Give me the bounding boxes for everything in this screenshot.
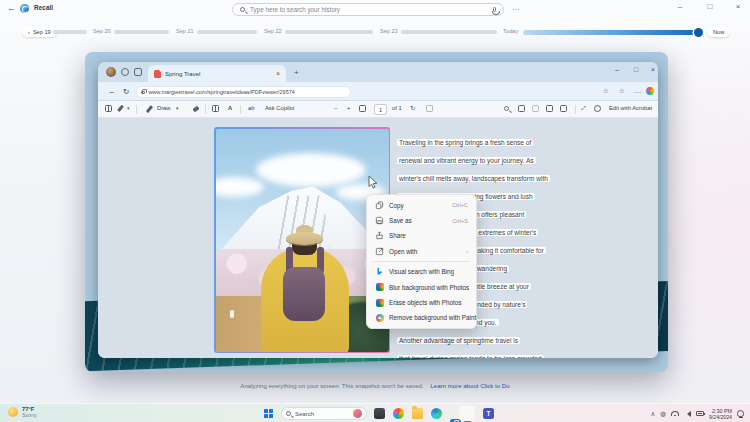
- page-number-input[interactable]: 1: [374, 104, 387, 115]
- close-button[interactable]: ×: [730, 2, 746, 11]
- text-line[interactable]: renewal and vibrant energy to your journ…: [397, 157, 536, 164]
- back-button[interactable]: ←: [7, 3, 16, 13]
- menu-item-open-with[interactable]: Open with ›: [367, 244, 476, 259]
- taskbar-copilot-icon[interactable]: [393, 408, 404, 419]
- taskbar-clock[interactable]: 2:30 PM 9/24/2024: [709, 408, 732, 420]
- ask-copilot-button[interactable]: Ask Copilot: [265, 105, 294, 111]
- microphone-icon[interactable]: [493, 7, 496, 12]
- highlight-icon[interactable]: [117, 105, 124, 113]
- timeline-segment[interactable]: [285, 30, 373, 34]
- text-line[interactable]: Another advantage of springtime travel i…: [397, 337, 520, 344]
- menu-item-visual-search-bing[interactable]: Visual search with Bing: [367, 264, 476, 279]
- menu-item-erase-objects-photos[interactable]: Erase objects with Photos: [367, 295, 476, 310]
- traveler-hat: [286, 232, 323, 245]
- active-app-highlight: [459, 406, 475, 421]
- minimize-button[interactable]: –: [672, 2, 688, 11]
- browser-refresh-icon[interactable]: ↻: [123, 87, 129, 96]
- more-options-button[interactable]: …: [512, 3, 521, 12]
- history-search-input[interactable]: Type here to search your history: [232, 3, 504, 16]
- read-aloud-icon[interactable]: A: [228, 105, 232, 111]
- browser-minimize-button[interactable]: –: [610, 66, 624, 73]
- taskbar-file-explorer-icon[interactable]: [412, 408, 423, 419]
- save-icon: [532, 105, 539, 112]
- text-line[interactable]: winter's chill melts away, landscapes tr…: [397, 175, 550, 182]
- hidden-icons-chevron[interactable]: ∧: [650, 410, 655, 418]
- menu-item-remove-background-paint[interactable]: Remove background with Paint: [367, 310, 476, 325]
- timeline-segment[interactable]: [197, 30, 257, 34]
- page-view-icon[interactable]: [212, 105, 219, 112]
- taskbar-teams-icon[interactable]: T: [483, 408, 494, 419]
- fit-to-width-icon[interactable]: [359, 105, 366, 112]
- timeline-day-label: Sep 21: [176, 28, 194, 34]
- timeline-today-segment[interactable]: [523, 30, 703, 35]
- timeline-segment[interactable]: [401, 30, 497, 34]
- chevron-left-icon: ‹: [28, 29, 30, 35]
- edit-with-acrobat-button[interactable]: Edit with Acrobat: [609, 105, 652, 111]
- draw-pen-icon[interactable]: [146, 105, 153, 113]
- bing-daily-image-icon[interactable]: [353, 409, 362, 418]
- text-line[interactable]: Traveling in the spring brings a fresh s…: [397, 139, 533, 146]
- zoom-in-icon[interactable]: +: [347, 105, 350, 111]
- copilot-icon[interactable]: [646, 87, 654, 95]
- url-text: www.margiestravel.com/springtravelideas/…: [148, 89, 294, 95]
- learn-more-link[interactable]: Learn more about Click to Do: [430, 382, 509, 389]
- start-button[interactable]: [264, 409, 273, 418]
- zoom-out-icon[interactable]: –: [334, 105, 337, 111]
- new-tab-button[interactable]: +: [294, 68, 299, 77]
- draw-dropdown-icon[interactable]: ▾: [176, 105, 179, 111]
- settings-gear-icon[interactable]: [594, 105, 601, 112]
- timeline-segment[interactable]: [53, 30, 87, 34]
- taskbar-search[interactable]: Search: [281, 407, 367, 420]
- text-line[interactable]: that travel during spring tends to be le…: [397, 355, 544, 358]
- battery-icon[interactable]: [696, 411, 704, 415]
- find-text-icon[interactable]: ab: [248, 105, 254, 111]
- close-tab-icon[interactable]: ×: [276, 70, 280, 77]
- profile-avatar[interactable]: [106, 67, 116, 77]
- menu-item-save-as[interactable]: Save as Ctrl+S: [367, 213, 476, 228]
- browser-back-icon[interactable]: ←: [108, 87, 116, 96]
- tab-search-icon[interactable]: [121, 68, 129, 76]
- tray-app-icon[interactable]: ◍: [660, 410, 666, 418]
- taskbar-app-dark-app[interactable]: [374, 408, 385, 419]
- volume-icon[interactable]: [684, 411, 691, 417]
- taskbar-edge-icon[interactable]: [431, 408, 442, 419]
- menu-item-copy[interactable]: Copy Ctrl+C: [367, 198, 476, 213]
- travel-photo[interactable]: [214, 127, 390, 353]
- highlight-dropdown-icon[interactable]: ▾: [127, 105, 130, 111]
- rotate-icon[interactable]: ↻: [410, 105, 415, 111]
- timeline-now-button[interactable]: Now: [707, 26, 730, 37]
- erase-icon[interactable]: [192, 106, 199, 113]
- timeline-segment[interactable]: [114, 30, 169, 34]
- recall-titlebar: ← Recall Type here to search your histor…: [0, 0, 750, 20]
- taskbar: 77°F Sunny Search T ∧ ◍ 2:30 PM 9/24/202…: [0, 403, 750, 422]
- browser-more-icon[interactable]: …: [634, 86, 642, 95]
- menu-item-blur-background-photos[interactable]: Blur background with Photos: [367, 279, 476, 294]
- tab-title: Spring Travel: [165, 71, 272, 77]
- draw-button[interactable]: Draw: [157, 105, 171, 111]
- print-icon[interactable]: [518, 105, 525, 112]
- timeline-prev-day-button[interactable]: ‹ Sep 19: [22, 26, 57, 37]
- system-tray: ∧ ◍ 2:30 PM 9/24/2024: [650, 404, 744, 422]
- wifi-icon[interactable]: [671, 411, 679, 416]
- search-icon: [240, 7, 245, 12]
- click-to-do-statusbar: Analyzing everything on your screen. Thi…: [0, 382, 750, 389]
- table-of-contents-icon[interactable]: [105, 105, 112, 112]
- url-field[interactable]: www.margiestravel.com/springtravelideas/…: [136, 86, 351, 98]
- menu-item-share[interactable]: Share: [367, 228, 476, 243]
- notifications-bell-icon[interactable]: [737, 410, 744, 417]
- save-as-icon[interactable]: [546, 105, 553, 112]
- sun-icon: [8, 407, 18, 417]
- weather-widget[interactable]: 77°F Sunny: [8, 406, 37, 418]
- collections-icon[interactable]: ☆: [619, 87, 625, 95]
- timeline-position-handle[interactable]: [694, 28, 703, 37]
- workspaces-icon[interactable]: [134, 68, 142, 76]
- copy-icon: [375, 201, 384, 210]
- maximize-button[interactable]: □: [702, 2, 718, 11]
- fullscreen-icon[interactable]: ⤢: [581, 105, 586, 112]
- pdf-search-icon[interactable]: [504, 106, 509, 111]
- browser-close-button[interactable]: ×: [646, 66, 658, 73]
- tab-spring-travel[interactable]: Spring Travel ×: [148, 65, 286, 82]
- share-icon[interactable]: [560, 105, 567, 112]
- browser-maximize-button[interactable]: □: [629, 66, 643, 73]
- favorites-star-icon[interactable]: ☆: [603, 87, 609, 95]
